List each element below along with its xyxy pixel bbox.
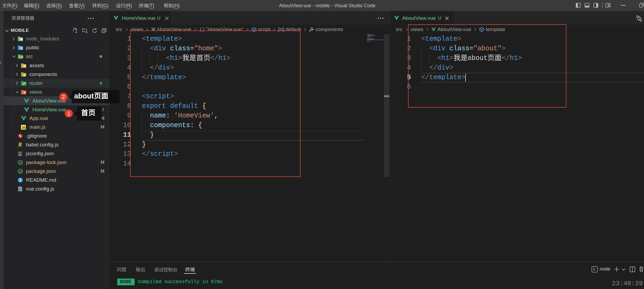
svg-text:JS: JS [19,170,22,173]
svg-text:<>: <> [23,91,26,93]
svg-text:JS: JS [19,161,22,164]
svg-text:JS: JS [22,126,25,129]
svg-text:</>: </> [19,56,24,59]
svg-text:JS: JS [18,154,21,156]
